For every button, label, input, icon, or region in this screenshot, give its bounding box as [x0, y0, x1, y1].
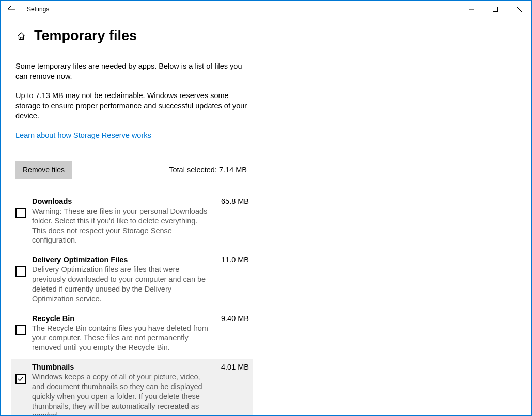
window-title: Settings — [27, 6, 49, 13]
titlebar: Settings — [1, 1, 531, 18]
item-header: Recycle Bin9.40 MB — [32, 314, 249, 323]
intro-section: Some temporary files are needed by apps.… — [15, 61, 253, 153]
intro-text-1: Some temporary files are needed by apps.… — [15, 61, 253, 82]
maximize-button[interactable] — [483, 2, 507, 17]
action-row: Remove files Total selected: 7.14 MB — [15, 161, 247, 179]
svg-rect-1 — [493, 7, 498, 12]
checkbox[interactable] — [15, 325, 26, 335]
home-button[interactable] — [15, 30, 27, 42]
item-header: Thumbnails4.01 MB — [32, 363, 249, 371]
titlebar-left: Settings — [5, 3, 49, 15]
total-selected-label: Total selected: 7.14 MB — [169, 166, 247, 174]
checkbox[interactable] — [15, 374, 26, 384]
item-size: 4.01 MB — [221, 363, 249, 371]
minimize-button[interactable] — [460, 2, 483, 17]
check-icon — [17, 375, 24, 382]
item-title: Thumbnails — [32, 363, 74, 371]
arrow-left-icon — [7, 5, 15, 13]
item-size: 11.0 MB — [221, 255, 249, 264]
home-icon — [17, 31, 26, 41]
item-title: Recycle Bin — [32, 314, 74, 323]
item-title: Downloads — [32, 197, 72, 205]
item-content: Recycle Bin9.40 MBThe Recycle Bin contai… — [32, 314, 249, 353]
checkbox[interactable] — [15, 208, 26, 218]
item-description: The Recycle Bin contains files you have … — [32, 324, 213, 353]
minimize-icon — [469, 7, 474, 12]
item-description: Delivery Optimization files are files th… — [32, 265, 213, 303]
window-controls — [460, 2, 531, 17]
list-item[interactable]: Thumbnails4.01 MBWindows keeps a copy of… — [11, 359, 253, 415]
item-header: Delivery Optimization Files11.0 MB — [32, 255, 249, 264]
item-content: Thumbnails4.01 MBWindows keeps a copy of… — [32, 363, 249, 415]
item-content: Downloads65.8 MBWarning: These are files… — [32, 197, 249, 245]
list-item[interactable]: Delivery Optimization Files11.0 MBDelive… — [11, 251, 253, 310]
checkbox[interactable] — [15, 266, 26, 277]
list-item[interactable]: Recycle Bin9.40 MBThe Recycle Bin contai… — [11, 310, 253, 359]
item-description: Warning: These are files in your persona… — [32, 206, 213, 245]
page-title: Temporary files — [34, 28, 137, 44]
header-row: Temporary files — [15, 28, 517, 44]
list-item[interactable]: Downloads65.8 MBWarning: These are files… — [11, 193, 253, 251]
item-size: 65.8 MB — [221, 197, 249, 205]
back-button[interactable] — [5, 3, 18, 15]
item-content: Delivery Optimization Files11.0 MBDelive… — [32, 255, 249, 303]
item-description: Windows keeps a copy of all of your pict… — [32, 372, 213, 415]
item-title: Delivery Optimization Files — [32, 255, 128, 264]
item-header: Downloads65.8 MB — [32, 197, 249, 205]
close-button[interactable] — [507, 2, 531, 17]
intro-text-2: Up to 7.13 MB may not be reclaimable. Wi… — [15, 91, 253, 121]
items-list: Downloads65.8 MBWarning: These are files… — [11, 193, 517, 415]
storage-reserve-link[interactable]: Learn about how Storage Reserve works — [15, 131, 151, 139]
maximize-icon — [493, 7, 498, 12]
content-area: Temporary files Some temporary files are… — [1, 18, 531, 415]
close-icon — [517, 7, 522, 12]
remove-files-button[interactable]: Remove files — [15, 161, 72, 179]
item-size: 9.40 MB — [221, 314, 249, 323]
